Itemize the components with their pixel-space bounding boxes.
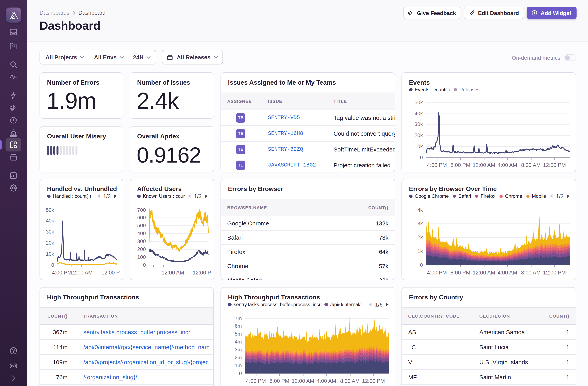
table-row[interactable]: 367msentry.tasks.process_buffer.process_…	[40, 325, 213, 340]
cell-title: Project creation failed	[334, 158, 395, 172]
legend-item[interactable]: Mobile S	[526, 193, 547, 199]
sidebar-item-releases[interactable]	[9, 153, 18, 162]
legend-prev-icon[interactable]	[187, 194, 191, 199]
legend-item[interactable]: Events : count( )	[409, 87, 450, 92]
cell-transaction[interactable]: /api/0/internal/rpc/{service_name}/{meth…	[83, 340, 214, 354]
sidebar-item-projects[interactable]	[9, 42, 18, 50]
cell-transaction[interactable]: /api/0/projects/{organization_id_or_slug…	[83, 355, 214, 369]
legend-item[interactable]: sentry.tasks.process_buffer.process_incr	[228, 302, 320, 307]
sidebar-item-performance[interactable]	[9, 72, 18, 81]
table-row[interactable]	[402, 385, 576, 386]
releases-filter[interactable]: All Releases	[162, 50, 223, 65]
legend-item[interactable]: Handled : count( )	[47, 193, 91, 199]
sidebar-item-alerts[interactable]	[9, 129, 18, 137]
widget-number-of-errors: Number of Errors1.9m	[40, 72, 123, 119]
add-widget-button[interactable]: Add Widget	[526, 7, 576, 19]
table-row[interactable]: TESENTRY-16H8Could not convert query to …	[221, 126, 395, 142]
table-row[interactable]: Safari73k	[221, 230, 395, 245]
legend-next-icon[interactable]	[205, 194, 208, 199]
sidebar-item-feedback[interactable]	[9, 103, 18, 112]
on-demand-metrics-toggle[interactable]	[564, 54, 576, 61]
table-row[interactable]: TEJAVASCRIPT-1BG2Project creation failed	[221, 158, 395, 172]
y-axis-label: 0	[130, 262, 146, 268]
sidebar-item-dashboards[interactable]	[9, 140, 18, 149]
table-row[interactable]: TESENTRY-VD5Tag value was not a string	[221, 110, 395, 126]
sidebar-item-help[interactable]	[9, 346, 18, 355]
cell-issue[interactable]: SENTRY-32ZQ	[268, 142, 331, 157]
releases-icon	[9, 153, 18, 162]
legend-item[interactable]: Firefox	[475, 193, 496, 199]
cell-count: 109m	[46, 355, 68, 369]
legend-item[interactable]: /api/0/internal/r	[324, 302, 362, 307]
legend-prev-icon[interactable]	[96, 194, 100, 199]
sidebar-item-quick-start[interactable]	[9, 91, 18, 100]
on-demand-metrics-control: On-demand metrics	[512, 54, 576, 61]
table-row[interactable]: 76m/{organization_slug}/	[40, 370, 213, 385]
table-row[interactable]: VIU.S. Virgin Islands1	[402, 355, 576, 370]
cell-transaction[interactable]: sentry.tasks.process_buffer.process_incr	[83, 325, 214, 339]
sidebar-item-whats-new[interactable]	[9, 362, 18, 370]
legend-prev-icon[interactable]	[368, 302, 372, 307]
legend-item[interactable]: Safari	[453, 193, 471, 199]
projects-filter[interactable]: All Projects	[40, 50, 90, 64]
edit-dashboard-button[interactable]: Edit Dashboard	[464, 7, 524, 19]
date-range-filter[interactable]: 24H	[128, 50, 156, 64]
legend-items: Events : count( )Releases	[409, 87, 570, 92]
table-row[interactable]: Google Chrome132k	[221, 216, 395, 230]
table-row[interactable]	[40, 385, 213, 386]
cell-issue[interactable]: SENTRY-16H8	[268, 126, 331, 141]
table-row[interactable]: ASAmerican Samoa1	[402, 325, 576, 340]
table-row[interactable]: 109m/api/0/projects/{organization_id_or_…	[40, 355, 213, 370]
table-row[interactable]: Mobile Safari33k	[221, 273, 395, 280]
cell-count: 73k	[341, 230, 388, 244]
x-axis-tick	[484, 158, 484, 159]
cell-code: AS	[408, 325, 475, 339]
sidebar-item-collapse[interactable]	[9, 374, 18, 383]
legend-prev-icon[interactable]	[549, 194, 553, 199]
widget-overall-apdex: Overall Apdex0.9162	[130, 126, 214, 172]
sidebar-item-issues[interactable]	[9, 28, 18, 36]
sidebar	[0, 0, 27, 386]
legend-dot	[409, 195, 412, 198]
cell-count: 64k	[341, 245, 388, 259]
environments-filter[interactable]: All Envs	[90, 50, 128, 64]
x-axis-tick	[350, 374, 350, 376]
legend-items: sentry.tasks.process_buffer.process_incr…	[228, 302, 366, 307]
table-row[interactable]: Chrome57k	[221, 259, 395, 273]
sentry-logo-button[interactable]	[6, 7, 21, 23]
legend-next-icon[interactable]	[114, 194, 117, 199]
cell-count: 1	[538, 370, 569, 385]
widget-overall-user-misery: Overall User Misery	[40, 126, 123, 172]
sidebar-item-replays[interactable]	[9, 116, 18, 125]
x-axis-label: 12:00 AM	[473, 162, 495, 168]
widget-title: Overall User Misery	[47, 133, 106, 140]
legend-item[interactable]: Google Chrome	[409, 193, 449, 199]
breadcrumb-dashboards-link[interactable]: Dashboards	[40, 9, 69, 16]
cell-issue[interactable]: SENTRY-VD5	[268, 110, 331, 125]
y-axis-label: 1k	[407, 248, 423, 254]
table-row[interactable]: MFSaint Martin1	[402, 370, 576, 385]
x-axis-tick	[460, 158, 461, 159]
cell-issue[interactable]: JAVASCRIPT-1BG2	[268, 158, 331, 172]
table-row[interactable]: LCSaint Lucia1	[402, 340, 576, 355]
chevron-down-icon	[80, 56, 84, 58]
cell-count: 1	[538, 325, 569, 339]
x-axis-tick	[554, 158, 555, 159]
sidebar-item-search[interactable]	[9, 60, 18, 69]
table-row[interactable]: TESENTRY-32ZQSoftTimeLimitExceeded Soft	[221, 142, 395, 158]
table-row[interactable]: 114m/api/0/internal/rpc/{service_name}/{…	[40, 340, 213, 355]
legend-dot	[453, 195, 456, 198]
widget-title: High Throughput Transactions	[228, 294, 320, 301]
sidebar-item-stats[interactable]	[9, 171, 18, 180]
legend-next-icon[interactable]	[567, 194, 570, 199]
legend-next-icon[interactable]	[386, 302, 389, 307]
legend-item[interactable]: Chrome	[499, 193, 522, 199]
cell-assignee: TE	[236, 126, 264, 141]
cell-transaction[interactable]	[83, 385, 214, 386]
legend-item[interactable]: Releases	[454, 87, 480, 92]
sidebar-item-settings[interactable]	[9, 183, 18, 192]
cell-transaction[interactable]: /{organization_slug}/	[83, 370, 214, 385]
legend-item[interactable]: Known Users : cour	[137, 193, 185, 199]
give-feedback-button[interactable]: Give Feedback	[403, 7, 460, 19]
table-row[interactable]: Firefox64k	[221, 245, 395, 259]
